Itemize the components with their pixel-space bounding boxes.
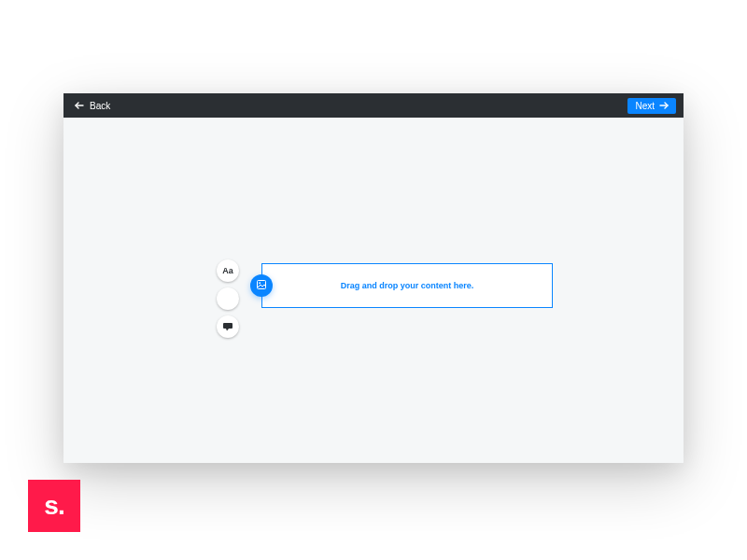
content-dropzone[interactable]: Drag and drop your content here.: [261, 263, 553, 308]
dropzone-placeholder: Drag and drop your content here.: [341, 281, 474, 290]
tool-comment[interactable]: [217, 315, 239, 338]
tool-blank[interactable]: [217, 287, 239, 310]
comment-icon: [222, 322, 233, 331]
drag-handle[interactable]: [250, 274, 273, 297]
tool-palette: Aa: [217, 259, 239, 338]
brand-logo: s.: [28, 480, 80, 532]
svg-rect-2: [223, 323, 233, 329]
app-window: Back Next Aa: [63, 93, 684, 463]
logo-text: s.: [44, 491, 63, 521]
arrow-right-icon: [659, 102, 669, 109]
next-button[interactable]: Next: [627, 98, 676, 114]
tool-text[interactable]: Aa: [217, 259, 239, 282]
svg-marker-3: [226, 329, 229, 331]
back-label: Back: [90, 101, 110, 111]
canvas-area: Aa Drag and drop your content here.: [63, 118, 684, 463]
image-icon: [256, 277, 267, 294]
text-icon: Aa: [222, 266, 233, 275]
header-bar: Back Next: [63, 93, 684, 118]
arrow-left-icon: [75, 102, 84, 109]
back-button[interactable]: Back: [71, 99, 114, 113]
next-label: Next: [635, 101, 655, 111]
svg-point-5: [259, 282, 261, 284]
